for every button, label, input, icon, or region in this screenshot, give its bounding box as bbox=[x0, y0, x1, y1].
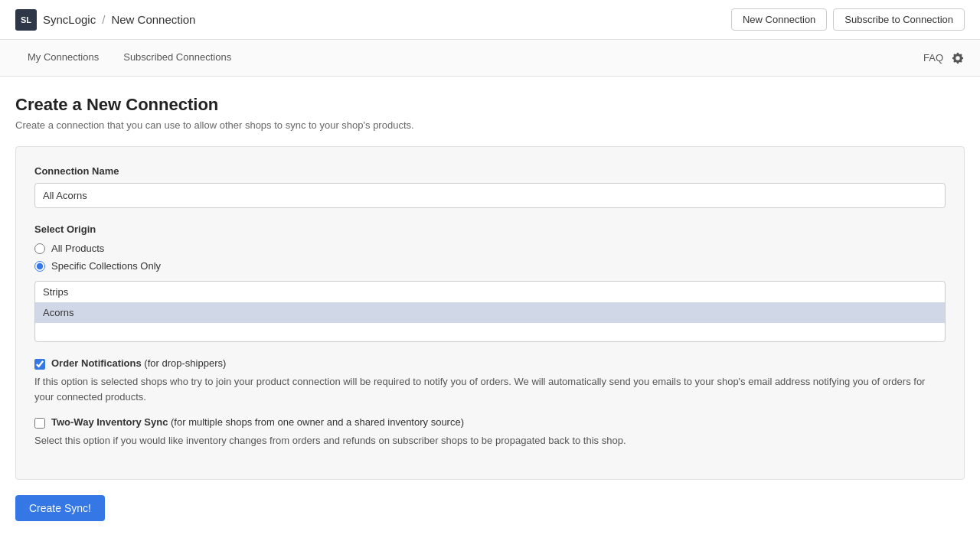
subscribe-to-connection-button[interactable]: Subscribe to Connection bbox=[833, 8, 965, 31]
radio-all-products[interactable]: All Products bbox=[34, 243, 946, 254]
settings-icon[interactable] bbox=[951, 51, 965, 65]
page-title: Create a New Connection bbox=[15, 95, 965, 115]
header: SL SyncLogic / New Connection New Connec… bbox=[0, 0, 980, 40]
order-notifications-section: Order Notifications (for drop-shippers) … bbox=[34, 357, 946, 448]
page-subtitle: Create a connection that you can use to … bbox=[15, 119, 965, 131]
order-notifications-desc: If this option is selected shops who try… bbox=[34, 374, 946, 404]
breadcrumb-page: New Connection bbox=[111, 13, 195, 26]
new-connection-button[interactable]: New Connection bbox=[731, 8, 827, 31]
two-way-desc: Select this option if you would like inv… bbox=[34, 433, 946, 448]
connection-form-card: Connection Name Select Origin All Produc… bbox=[15, 146, 965, 480]
collection-item-acorns[interactable]: Acorns bbox=[35, 302, 945, 323]
order-notifications-checkbox[interactable] bbox=[34, 359, 45, 370]
nav-tabs-right: FAQ bbox=[923, 51, 965, 65]
radio-specific-collections[interactable]: Specific Collections Only bbox=[34, 260, 946, 272]
radio-specific-collections-label: Specific Collections Only bbox=[51, 260, 161, 272]
create-sync-button[interactable]: Create Sync! bbox=[15, 495, 105, 521]
connection-name-input[interactable] bbox=[34, 183, 946, 208]
faq-link[interactable]: FAQ bbox=[923, 52, 943, 64]
connection-name-label: Connection Name bbox=[34, 165, 946, 177]
select-origin-label: Select Origin bbox=[34, 223, 946, 235]
two-way-label: Two-Way Inventory Sync (for multiple sho… bbox=[51, 416, 464, 428]
logo-icon: SL bbox=[15, 9, 37, 31]
origin-radio-group: All Products Specific Collections Only bbox=[34, 243, 946, 272]
order-notifications-label: Order Notifications (for drop-shippers) bbox=[51, 357, 226, 369]
radio-specific-collections-input[interactable] bbox=[34, 261, 45, 272]
collections-list[interactable]: Strips Acorns bbox=[34, 281, 946, 342]
two-way-checkbox-item: Two-Way Inventory Sync (for multiple sho… bbox=[34, 416, 946, 429]
main-content: Create a New Connection Create a connect… bbox=[0, 77, 980, 540]
breadcrumb-separator: / bbox=[102, 13, 105, 26]
radio-all-products-label: All Products bbox=[51, 243, 104, 254]
tab-my-connections[interactable]: My Connections bbox=[15, 40, 111, 76]
tab-subscribed-connections[interactable]: Subscribed Connections bbox=[111, 40, 243, 76]
app-name: SyncLogic bbox=[43, 13, 96, 26]
header-actions: New Connection Subscribe to Connection bbox=[731, 8, 965, 31]
nav-tabs: My Connections Subscribed Connections FA… bbox=[0, 40, 980, 77]
header-left: SL SyncLogic / New Connection bbox=[15, 9, 195, 31]
radio-all-products-input[interactable] bbox=[34, 243, 45, 254]
two-way-checkbox[interactable] bbox=[34, 418, 45, 429]
nav-tabs-left: My Connections Subscribed Connections bbox=[15, 40, 243, 76]
order-notifications-checkbox-item: Order Notifications (for drop-shippers) bbox=[34, 357, 946, 370]
collection-item-strips[interactable]: Strips bbox=[35, 282, 945, 302]
